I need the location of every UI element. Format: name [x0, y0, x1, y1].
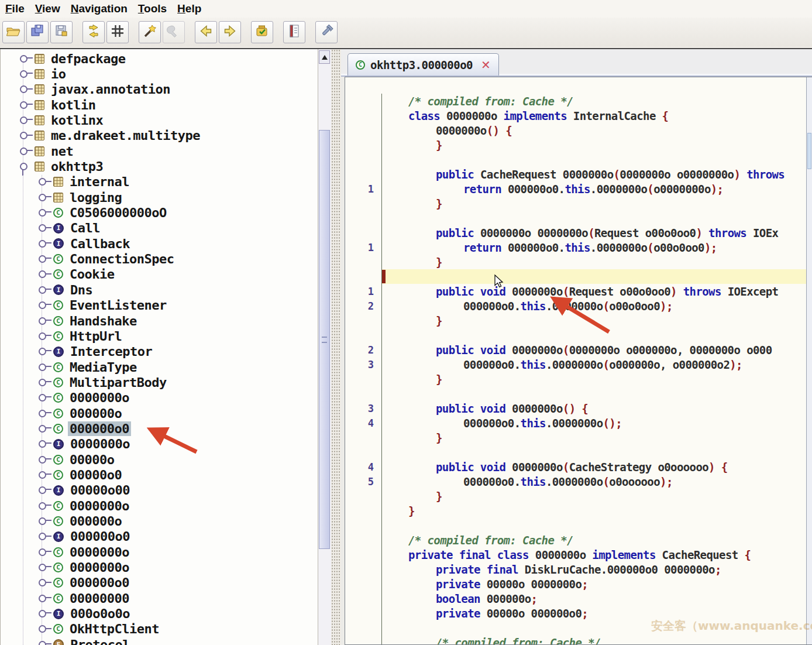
tree-item-label[interactable]: 000000o — [68, 514, 123, 529]
tree-item-label[interactable]: internal — [68, 174, 131, 189]
tree-item-label[interactable]: 000000o0 — [68, 575, 131, 590]
tab-okhttp3-class[interactable]: C okhttp3.000000o0 ✕ — [347, 53, 499, 76]
tree-item-label[interactable]: kotlin — [49, 98, 97, 112]
tree-item-label[interactable]: kotlinx — [49, 113, 105, 128]
expand-handle-icon[interactable] — [20, 101, 27, 109]
tree-item-000000o[interactable]: C000000o — [1, 406, 318, 421]
tree-item-HttpUrl[interactable]: CHttpUrl — [1, 328, 318, 344]
tree-scrollbar-thumb[interactable] — [319, 130, 330, 549]
tree-item-label[interactable]: MediaType — [68, 360, 139, 375]
tree-item-label[interactable]: EventListener — [68, 298, 168, 313]
tree-item-Call[interactable]: ICall — [1, 221, 318, 236]
tree-item-label[interactable]: defpackage — [49, 52, 127, 66]
tree-item-label[interactable]: 0000000o — [68, 499, 131, 513]
tree-item-000000o0[interactable]: C000000o0 — [1, 575, 318, 591]
tree-item-000000o0[interactable]: I000000o0 — [1, 529, 318, 544]
code-editor[interactable]: /* compiled from: Cache */class 0000000o… — [345, 77, 812, 645]
expand-handle-icon[interactable] — [39, 625, 46, 633]
expand-handle-icon[interactable] — [20, 116, 27, 124]
expand-handle-icon[interactable] — [39, 379, 46, 386]
expand-handle-icon[interactable] — [39, 610, 46, 617]
tree-item-label[interactable]: 000000o0 — [68, 529, 132, 544]
expand-handle-icon[interactable] — [39, 270, 46, 278]
tree-item-label[interactable]: okhttp3 — [49, 159, 105, 174]
tree-item-label[interactable]: C0506000000oO — [68, 205, 168, 220]
menu-view[interactable]: View — [35, 2, 60, 15]
tree-item-ConnectionSpec[interactable]: CConnectionSpec — [1, 251, 318, 266]
tools-small-button[interactable] — [163, 21, 185, 43]
tree-item-net[interactable]: net — [1, 143, 318, 159]
expand-handle-icon[interactable] — [39, 502, 46, 510]
tree-item-000000o0[interactable]: C000000o0 — [1, 421, 318, 436]
tree-item-00000o00[interactable]: I00000o00 — [1, 483, 318, 498]
tree-item-label[interactable]: 0000000o — [68, 390, 131, 405]
tree-item-0000000o[interactable]: C0000000o — [1, 560, 318, 575]
tree-item-00000000[interactable]: C00000000 — [1, 591, 318, 606]
expand-handle-icon[interactable] — [39, 486, 46, 494]
tree-item-OkHttpClient[interactable]: COkHttpClient — [1, 622, 318, 637]
collapse-handle-icon[interactable] — [20, 163, 27, 170]
expand-handle-icon[interactable] — [39, 440, 46, 448]
expand-handle-icon[interactable] — [20, 85, 27, 93]
expand-handle-icon[interactable] — [20, 55, 27, 63]
tree-item-MediaType[interactable]: CMediaType — [1, 359, 318, 375]
expand-handle-icon[interactable] — [39, 240, 46, 248]
tree-item-0000000o[interactable]: I0000000o — [1, 437, 318, 452]
expand-handle-icon[interactable] — [20, 132, 27, 139]
tree-item-label[interactable]: Handshake — [68, 314, 139, 328]
editor-scrollbar[interactable] — [806, 77, 812, 644]
expand-handle-icon[interactable] — [20, 147, 27, 155]
save-button[interactable] — [50, 21, 73, 43]
tab-close-icon[interactable]: ✕ — [481, 59, 491, 71]
tree-item-Handshake[interactable]: CHandshake — [1, 313, 318, 328]
tree-item-0000000o[interactable]: C0000000o — [1, 544, 318, 560]
expand-handle-icon[interactable] — [39, 301, 46, 309]
tree-item-label[interactable]: MultipartBody — [68, 375, 168, 390]
tree-item-Cookie[interactable]: CCookie — [1, 267, 318, 282]
expand-handle-icon[interactable] — [39, 363, 46, 371]
expand-handle-icon[interactable] — [39, 209, 46, 217]
forward-button[interactable] — [219, 21, 241, 43]
tree-item-0000000o[interactable]: C0000000o — [1, 390, 318, 406]
open-button[interactable] — [2, 21, 25, 43]
tree-item-defpackage[interactable]: defpackage — [1, 51, 318, 66]
tree-item-Interceptor[interactable]: IInterceptor — [1, 344, 318, 359]
expand-handle-icon[interactable] — [39, 456, 46, 464]
tree-item-000o0o0o[interactable]: I000o0o0o — [1, 606, 318, 621]
expand-handle-icon[interactable] — [39, 595, 46, 602]
tree-item-00000o[interactable]: C00000o — [1, 452, 318, 467]
tree-item-kotlin[interactable]: kotlin — [1, 97, 318, 112]
tree-item-kotlinx[interactable]: kotlinx — [1, 112, 318, 128]
tree-item-label[interactable]: ConnectionSpec — [68, 252, 176, 266]
tree-item-0000000o[interactable]: C0000000o — [1, 498, 318, 513]
tree-item-label[interactable]: me.drakeet.multitype — [49, 128, 202, 143]
tree-item-Dns[interactable]: IDns — [1, 282, 318, 297]
tree-item-okhttp3[interactable]: okhttp3 — [1, 159, 318, 174]
expand-handle-icon[interactable] — [39, 194, 46, 201]
expand-handle-icon[interactable] — [39, 224, 46, 232]
preferences-button[interactable] — [315, 21, 338, 43]
tree-item-00000o0[interactable]: C00000o0 — [1, 467, 318, 482]
expand-handle-icon[interactable] — [39, 548, 46, 556]
open-jar-button[interactable] — [251, 21, 273, 43]
tree-item-label[interactable]: net — [49, 144, 75, 159]
tree-item-label[interactable]: Dns — [68, 283, 94, 297]
expand-handle-icon[interactable] — [39, 286, 46, 294]
expand-handle-icon[interactable] — [39, 394, 46, 402]
tree-item-io[interactable]: io — [1, 66, 318, 81]
expand-handle-icon[interactable] — [20, 70, 27, 78]
tree-scrollbar[interactable] — [318, 49, 331, 645]
sync-button[interactable] — [82, 21, 105, 43]
expand-handle-icon[interactable] — [39, 348, 46, 355]
expand-handle-icon[interactable] — [39, 641, 46, 645]
tree-item-label[interactable]: 0000000o — [68, 437, 132, 451]
expand-handle-icon[interactable] — [39, 410, 46, 417]
tree-item-EventListener[interactable]: CEventListener — [1, 298, 318, 313]
tree-item-MultipartBody[interactable]: CMultipartBody — [1, 375, 318, 390]
expand-handle-icon[interactable] — [39, 564, 46, 571]
expand-handle-icon[interactable] — [39, 332, 46, 340]
expand-handle-icon[interactable] — [39, 178, 46, 186]
tree-item-label[interactable]: io — [49, 67, 68, 81]
tree-item-internal[interactable]: internal — [1, 174, 318, 190]
tree-item-C0506000000oO[interactable]: CC0506000000oO — [1, 205, 318, 220]
